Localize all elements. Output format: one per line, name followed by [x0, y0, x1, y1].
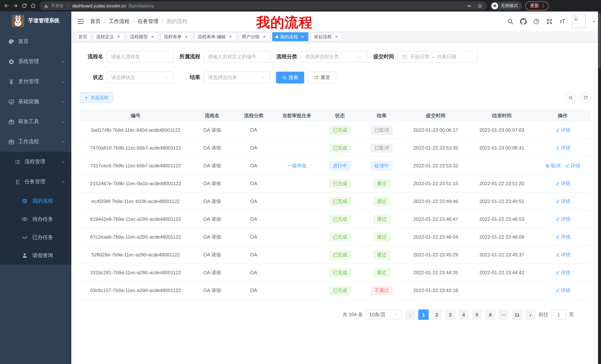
close-tab-icon[interactable]: × [184, 34, 189, 39]
detail-link[interactable]: 详情 [555, 198, 570, 205]
detail-link[interactable]: 详情 [555, 216, 570, 222]
page-button-5[interactable]: 5 [472, 309, 482, 320]
page-size-select[interactable]: 10条/页 [366, 309, 402, 320]
cell-end-time: 2022-01-22 23:45:37 [469, 246, 535, 264]
detail-link[interactable]: 详情 [555, 144, 570, 151]
detail-link[interactable]: 详情 [555, 251, 570, 258]
sidebar-item-my-process[interactable]: 我的流程 [0, 192, 71, 210]
scrollbar-thumb[interactable] [598, 13, 601, 69]
page-button-3[interactable]: 3 [445, 309, 455, 320]
update-button[interactable]: 更新 [525, 1, 549, 10]
close-tab-icon[interactable]: × [262, 34, 267, 39]
close-tab-icon[interactable]: × [334, 34, 339, 39]
page-button-1[interactable]: 1 [418, 309, 429, 320]
sidebar-item-payment[interactable]: 支付管理 [0, 72, 71, 92]
cell-end-time: 2022-01-23 00:08:41 [469, 139, 535, 157]
table-row: 67c2eaab-7b9a-11ec-a290-acde48001122OA 请… [80, 228, 591, 246]
submit-time-range-input[interactable]: 开始日期-结束日期 [397, 51, 477, 63]
sidebar-item-todo-tasks[interactable]: 待办任务 [0, 210, 71, 228]
sidebar-item-leave-query[interactable]: 请假查询 [0, 246, 71, 265]
star-icon[interactable] [477, 3, 482, 8]
cancel-link-label: 取消 [551, 162, 561, 169]
tab-process-form[interactable]: 流程表单× [160, 32, 192, 41]
user-menu-caret-icon[interactable] [592, 19, 596, 23]
breadcrumb-item[interactable]: 工作流程 [109, 18, 130, 25]
sidebar-item-dev-tools[interactable]: 研发工具 [0, 112, 71, 132]
breadcrumb-item[interactable]: 首页 [90, 18, 101, 25]
current-task-link[interactable]: 一级审批 [287, 163, 306, 168]
avatar[interactable] [572, 14, 586, 28]
breadcrumb-item: 我的流程 [167, 18, 187, 25]
breadcrumb-item[interactable]: 任务管理 [138, 18, 159, 25]
goto-page-input[interactable]: 1 [551, 309, 566, 320]
close-tab-icon[interactable]: × [228, 34, 233, 39]
category-select[interactable]: 请选择流程分类 [300, 51, 367, 63]
detail-link[interactable]: 详情 [555, 269, 570, 276]
edit-icon [555, 128, 560, 132]
detail-link[interactable]: 详情 [555, 127, 570, 133]
tab-user-group[interactable]: 用户分组× [239, 32, 270, 41]
close-tab-icon[interactable]: × [150, 34, 155, 39]
tab-process-definition[interactable]: 流程定义× [93, 32, 124, 41]
prev-page-button[interactable]: ‹ [405, 309, 415, 320]
page-button-11[interactable]: 11 [512, 309, 522, 320]
cancel-link[interactable]: 取消 [545, 162, 561, 169]
github-icon[interactable] [520, 18, 527, 25]
browser-menu-icon[interactable] [541, 3, 546, 8]
page-button-2[interactable]: 2 [432, 309, 442, 320]
search-icon[interactable] [507, 18, 514, 25]
tab-label: 我的流程 [280, 34, 298, 40]
tab-my-process[interactable]: 我的流程× [272, 32, 308, 41]
sidebar-item-task-mgmt[interactable]: 任务管理 [0, 172, 71, 192]
close-tab-icon[interactable]: × [116, 34, 121, 39]
text-size-icon[interactable] [559, 18, 566, 25]
browser-reload-icon[interactable] [21, 3, 27, 9]
status-select[interactable]: 请选择状态 [107, 72, 173, 84]
refresh-table-button[interactable] [580, 92, 591, 103]
col-submit_time: 提交时间 [403, 110, 469, 121]
reset-button[interactable]: 重置 [308, 72, 336, 84]
navbar: 首页/工作流程/任务管理/我的流程 [71, 11, 601, 31]
browser-back-icon[interactable] [4, 3, 9, 9]
broken-image-icon [573, 16, 579, 21]
start-process-button[interactable]: 发起流程 [80, 92, 113, 103]
sidebar-menu: 首页系统管理支付管理基础设施研发工具工作流程流程管理任务管理我的流程待办任务已办… [0, 30, 71, 265]
tab-start-process[interactable]: 发起流程× [311, 32, 342, 41]
page-button-6[interactable]: 6 [485, 309, 496, 320]
detail-link[interactable]: 详情 [555, 180, 570, 187]
question-icon[interactable] [533, 18, 540, 25]
tab-process-model[interactable]: 流程模型× [127, 32, 158, 41]
list-icon [14, 159, 21, 165]
sidebar-item-infrastructure[interactable]: 基础设施 [0, 92, 71, 112]
address-bar[interactable]: 不安全 dashboard.yudao.iocoder.cn /bpm/task… [39, 1, 487, 10]
browser-home-icon[interactable] [30, 3, 36, 9]
result-select[interactable]: 请选择流结果 [204, 72, 270, 84]
detail-link[interactable]: 详情 [565, 162, 580, 169]
sidebar-item-process-mgmt[interactable]: 流程管理 [0, 152, 71, 172]
detail-link[interactable]: 详情 [555, 287, 570, 294]
sidebar-item-workflow[interactable]: 工作流程 [0, 132, 71, 152]
cell-task [274, 246, 319, 264]
more-pages-button[interactable]: ··· [499, 309, 509, 320]
close-tab-icon[interactable]: × [300, 34, 305, 39]
sidebar-item-system[interactable]: 系统管理 [0, 52, 71, 72]
breadcrumb-separator: / [133, 18, 134, 24]
show-search-button[interactable] [565, 92, 576, 103]
page-button-4[interactable]: 4 [458, 309, 469, 320]
key-icon[interactable] [467, 3, 472, 8]
browser-forward-icon[interactable] [13, 3, 18, 9]
detail-link-label: 详情 [561, 180, 570, 187]
tab-home[interactable]: 首页 [75, 32, 91, 41]
parent-process-input[interactable]: 请输入流程定义的编号 [204, 51, 270, 63]
process-name-input[interactable]: 请输入流程名 [107, 51, 173, 63]
tab-process-form-edit[interactable]: 流程表单-编辑× [194, 32, 236, 41]
search-button[interactable]: 搜索 [276, 72, 304, 84]
collapse-sidebar-icon[interactable] [77, 18, 84, 25]
sidebar-item-home[interactable]: 首页 [0, 31, 71, 52]
detail-link[interactable]: 详情 [555, 234, 570, 240]
sidebar-item-done-tasks[interactable]: 已办任务 [0, 228, 71, 246]
fullscreen-icon[interactable] [546, 18, 553, 25]
sidebar-item-label: 我的流程 [32, 198, 71, 204]
browser-scrollbar[interactable] [598, 11, 601, 364]
next-page-button[interactable]: › [525, 309, 536, 320]
